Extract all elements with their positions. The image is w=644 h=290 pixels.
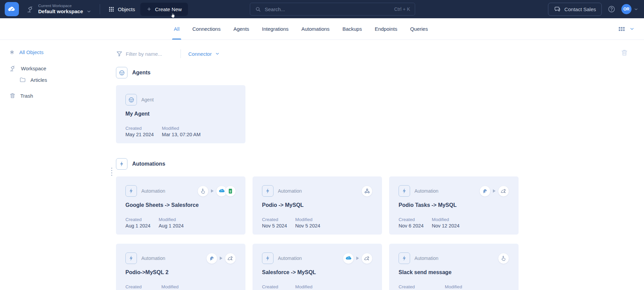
tab-backups[interactable]: Backups [342, 18, 362, 40]
sidebar-item-trash[interactable]: Trash [9, 92, 116, 99]
current-workspace-label: Current Workspace [38, 4, 92, 8]
folder-icon [19, 76, 26, 83]
sidebar-item-articles[interactable]: Articles [19, 76, 116, 83]
tab-endpoints[interactable]: Endpoints [375, 18, 397, 40]
modified-value: Aug 1 2024 [159, 223, 184, 228]
automation-card[interactable]: Automation Podio Tasks -> MySQL Cr [389, 176, 519, 235]
created-label: Created [262, 217, 287, 222]
tab-agents[interactable]: Agents [233, 18, 249, 40]
topbar-divider [100, 4, 100, 14]
search-input[interactable] [265, 6, 391, 12]
sidebar-item-workspace[interactable]: Workspace [9, 65, 116, 72]
tab-queries[interactable]: Queries [410, 18, 428, 40]
chat-icon [554, 6, 561, 13]
created-label: Created [262, 284, 287, 289]
bolt-icon [401, 188, 408, 194]
automations-section-header: Automations [116, 158, 644, 170]
automation-card[interactable]: Automation Slack send message Created Ja… [389, 244, 519, 290]
filter-by-name-input[interactable] [126, 51, 176, 57]
agent-icon [118, 69, 125, 76]
modified-label: Modified [161, 284, 189, 289]
sidebar-item-all-objects[interactable]: All Objects [9, 49, 116, 55]
agents-section-header: Agents [116, 67, 644, 78]
view-switcher[interactable] [618, 18, 635, 40]
filter-funnel-icon [116, 50, 123, 57]
delete-trash-icon[interactable] [620, 49, 628, 57]
sidebar-trash-label: Trash [20, 93, 33, 99]
automation-card[interactable]: Automation Google Sheets [116, 176, 245, 235]
contact-sales-button[interactable]: Contact Sales [548, 3, 602, 16]
created-value: Nov 5 2024 [262, 223, 287, 228]
connector-label: Connector [188, 51, 212, 57]
mysql-icon [225, 253, 236, 264]
modified-label: Modified [445, 284, 483, 289]
automation-type-icon-frame [125, 252, 137, 264]
drag-handle[interactable] [111, 168, 112, 176]
agent-section-icon [116, 67, 127, 78]
card-type-label: Automation [141, 188, 165, 194]
chevron-down-icon [634, 7, 639, 12]
card-type-label: Agent [141, 97, 154, 102]
user-menu[interactable]: OR [621, 4, 639, 14]
modified-value: Nov 12 2024 [432, 223, 459, 228]
modified-label: Modified [295, 284, 323, 289]
grid-view-icon [618, 25, 625, 33]
salesforce-icon [343, 253, 354, 264]
automation-card[interactable]: Automation Podio -> MySQL Created Nov 5 … [253, 176, 382, 235]
automation-type-icon-frame [399, 185, 410, 197]
created-value: Aug 1 2024 [125, 223, 150, 228]
bolt-icon [401, 255, 408, 262]
manual-trigger-icon [498, 253, 509, 264]
filter-divider [181, 49, 181, 58]
sidebar-workspace-label: Workspace [21, 66, 46, 71]
trash-icon [9, 92, 16, 99]
card-title: Salesforce -> MySQL [262, 269, 373, 275]
modified-value: Mar 13, 07:20 AM [162, 132, 200, 137]
card-type-label: Automation [278, 188, 302, 194]
agent-icon [128, 96, 135, 103]
help-icon[interactable] [607, 5, 616, 13]
card-title: Slack send message [399, 269, 509, 275]
tab-automations[interactable]: Automations [301, 18, 329, 40]
search-shortcut: Ctrl + K [394, 6, 410, 12]
objects-button[interactable]: Objects [108, 6, 135, 13]
created-value: Nov 6 2024 [399, 223, 424, 228]
bolt-icon [128, 188, 135, 194]
tab-all[interactable]: All [174, 18, 180, 40]
connector-filter-dropdown[interactable]: Connector [188, 51, 220, 57]
card-type-label: Automation [278, 256, 302, 261]
plus-icon [146, 6, 152, 12]
create-new-button[interactable]: Create New [140, 3, 188, 16]
card-type-label: Automation [414, 188, 438, 194]
card-title: My Agent [125, 111, 236, 117]
grid-icon [108, 6, 115, 13]
automation-card[interactable]: Automation Salesforce -> MySQL Cre [253, 244, 382, 290]
podio-icon [479, 186, 491, 197]
automation-card[interactable]: Automation Podio->MySQL 2 Created [116, 244, 245, 290]
agent-card-my-agent[interactable]: Agent My Agent Created May 21 2024 Modif… [116, 85, 245, 143]
bolt-icon [264, 255, 271, 262]
mysql-icon [361, 253, 373, 264]
sidebar-all-objects-label: All Objects [19, 49, 44, 55]
asterisk-icon [9, 49, 15, 55]
card-type-label: Automation [141, 256, 165, 261]
search-icon [255, 6, 261, 13]
workspace-switcher[interactable]: Current Workspace Default workspace [26, 4, 92, 15]
created-label: Created [125, 217, 150, 222]
play-arrow-icon [493, 189, 496, 193]
tab-connections[interactable]: Connections [192, 18, 220, 40]
card-title: Podio->MySQL 2 [125, 269, 236, 275]
created-label: Created [125, 284, 153, 289]
google-sheets-icon [225, 186, 236, 197]
card-title: Podio -> MySQL [262, 202, 373, 208]
chevron-down-icon [215, 51, 220, 56]
app-logo[interactable] [5, 2, 19, 16]
global-search[interactable]: Ctrl + K [250, 3, 415, 16]
tab-integrations[interactable]: Integrations [262, 18, 288, 40]
card-title: Google Sheets -> Salesforce [125, 202, 236, 208]
created-value: May 21 2024 [125, 132, 154, 137]
bolt-icon [264, 188, 271, 194]
card-title: Podio Tasks -> MySQL [399, 202, 509, 208]
modified-label: Modified [295, 217, 320, 222]
modified-value: Nov 5 2024 [295, 223, 320, 228]
